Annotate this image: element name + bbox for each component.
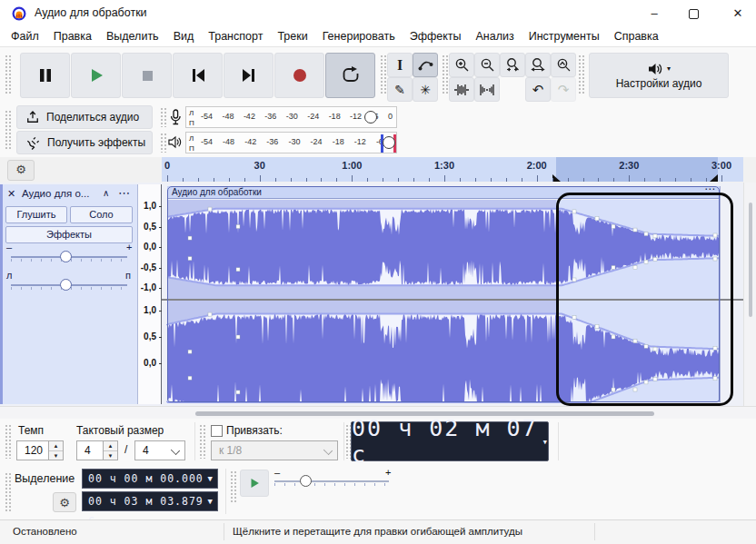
toolbar-grip[interactable] [160,133,166,153]
pan-slider-thumb[interactable] [60,279,72,291]
clip-header[interactable]: Аудио для обработки ⋯ [167,186,720,199]
toolbar-grip[interactable] [5,472,11,512]
zoom-in-button[interactable] [449,53,474,77]
menu-item[interactable]: Треки [270,27,314,46]
close-button[interactable]: ✕ [718,0,756,27]
toolbar-grip[interactable] [578,54,584,94]
silence-audio-button[interactable] [474,77,500,102]
tempo-label: Темп [18,424,44,437]
ruler-tick [321,178,322,182]
track-close-icon[interactable]: ✕ [7,188,15,200]
dropdown-caret-icon[interactable]: ▼ [208,492,213,510]
solo-button[interactable]: Соло [70,206,133,223]
ruler-tick [522,178,522,182]
ruler-tick [691,178,691,182]
toolbar-grip[interactable] [5,424,11,459]
meter-scale-value: -24 [311,137,323,146]
pause-button[interactable] [20,53,70,98]
menu-item[interactable]: Выделить [99,27,166,46]
selection-end-field[interactable]: 00 ч 03 м 03.879 с ▼ [82,491,218,511]
track-collapse-icon[interactable]: ∧ [103,188,109,198]
skip-end-icon [240,66,258,84]
zoom-selection-button[interactable] [500,53,525,77]
loop-button[interactable] [325,53,375,98]
effects-button[interactable]: Эффекты [5,226,133,243]
get-effects-button[interactable]: Получить эффекты [16,131,153,154]
tempo-input[interactable]: 120 [16,440,49,460]
undo-button[interactable]: ↶ [525,77,551,102]
menu-item[interactable]: Инструменты [522,27,607,46]
speed-slider-thumb[interactable] [300,475,312,487]
redo-button[interactable]: ↷ [551,77,576,102]
skip-to-start-button[interactable] [173,53,223,98]
play-button[interactable] [71,53,121,98]
audio-position-display[interactable]: 00 ч 02 м 07 с ▾ [351,421,549,461]
recording-gain-slider[interactable] [364,111,377,124]
selection-tool-button[interactable]: I [387,53,413,77]
snap-checkbox[interactable] [211,425,223,437]
scale-tick [159,268,162,269]
dropdown-caret-icon[interactable]: ▼ [208,470,213,488]
menu-item[interactable]: Вид [166,27,202,46]
timeline-options-button[interactable]: ⚙ [7,160,35,181]
timesig-lower-select[interactable]: 4 [134,440,185,460]
track-menu-icon[interactable]: ⋯ [118,186,130,200]
minimize-button[interactable]: – [634,0,674,27]
dropdown-caret-icon[interactable]: ▾ [542,436,548,448]
ruler-tick [306,178,307,182]
zoom-toggle-button[interactable] [551,53,576,77]
share-audio-button[interactable]: Поделиться аудио [16,105,153,129]
zoom-out-button[interactable] [474,53,500,77]
skip-to-end-button[interactable] [224,53,274,98]
menu-item[interactable]: Эффекты [403,27,469,46]
volume-slider-thumb[interactable] [60,251,72,262]
envelope-tool-button[interactable] [413,53,438,77]
menu-item[interactable]: Правка [46,27,99,46]
snap-select[interactable]: к 1/8 [211,440,338,460]
toolbar-grip[interactable] [199,424,205,459]
timesig-upper-input[interactable]: 4 [76,440,104,460]
stop-button[interactable] [122,53,172,98]
scale-label: 0,0 [136,242,156,252]
vertical-scrollbar[interactable] [743,183,756,406]
zoom-fit-button[interactable] [525,53,551,77]
get-effects-label: Получить эффекты [47,136,145,149]
speed-slider-track[interactable] [274,480,389,482]
draw-tool-button[interactable]: ✎ [387,77,413,102]
toolbar-grip[interactable] [160,107,166,127]
trim-audio-button[interactable] [449,77,474,102]
menu-item[interactable]: Транспорт [201,27,270,46]
clip-menu-icon[interactable]: ⋯ [704,183,715,195]
toolbar-grip[interactable] [5,110,11,150]
playback-volume-slider[interactable] [383,136,395,149]
toolbar-grip[interactable] [380,54,386,94]
vertical-scrollbar-thumb[interactable] [749,203,752,317]
record-button[interactable] [274,53,324,98]
audio-setup-button[interactable]: ▾ Настройки аудио [589,53,729,98]
menu-item[interactable]: Генерировать [315,27,403,46]
timesig-upper-spinner[interactable]: ▲▼ [104,440,118,460]
ibeam-icon: I [397,57,403,74]
toolbar-grip[interactable] [230,470,236,503]
playback-meter[interactable]: ЛП -54-48-42-36-30-24-18-12-6 [185,132,397,153]
selection-options-button[interactable]: ⚙ [53,492,76,512]
vertical-scale-ruler[interactable] [138,184,162,404]
waveform-canvas[interactable] [162,183,743,406]
toolbar-grip[interactable] [5,54,11,94]
play-at-speed-button[interactable] [240,470,269,497]
share-meter-toolbar: Поделиться аудио Получить эффекты ЛП -54… [0,103,756,158]
tempo-spinner[interactable]: ▲▼ [49,440,64,460]
track-name[interactable]: Аудио для о... [22,188,89,199]
recording-meter[interactable]: ЛП -54-48-42-36-30-24-18-12-60 [185,106,397,128]
zoom-toggle-icon [556,57,572,73]
selection-start-field[interactable]: 00 ч 00 м 00.000 с ▼ [82,469,218,489]
menu-item[interactable]: Анализ [469,27,522,46]
share-audio-label: Поделиться аудио [46,111,139,124]
mute-button[interactable]: Глушить [5,206,67,223]
toolbar-grip[interactable] [442,54,448,94]
track-control-panel[interactable]: ✕ Аудио для о... ∧ ⋯ Глушить Соло Эффект… [0,184,138,404]
menu-item[interactable]: Файл [4,27,46,46]
multi-tool-button[interactable]: ✳ [413,77,438,102]
menu-item[interactable]: Справка [607,27,666,46]
timeline-ruler[interactable]: 0301:001:302:002:303:00 [162,157,743,182]
